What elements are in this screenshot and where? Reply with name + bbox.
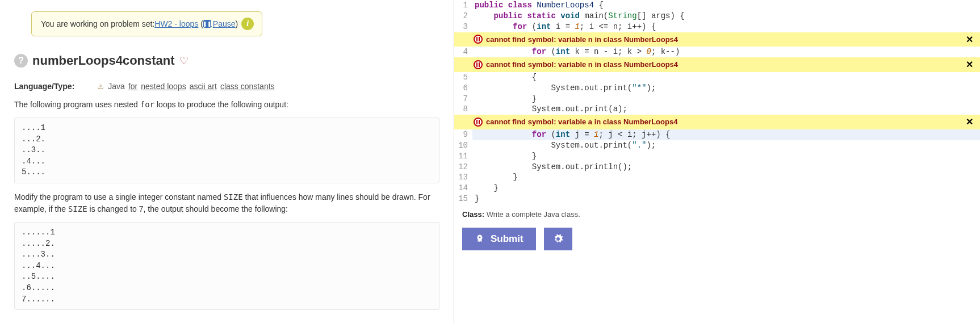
pause-link[interactable]: ❚❚ Pause <box>203 19 236 28</box>
code-content[interactable]: for (int i = 1; i <= n; i++) { <box>472 22 980 32</box>
line-number: 8 <box>454 104 472 115</box>
code-content[interactable]: System.out.print("*"); <box>472 83 980 94</box>
line-number: 2 <box>454 11 472 22</box>
question-icon: ? <box>14 54 28 68</box>
code-line[interactable]: 15} <box>454 194 980 204</box>
submit-label: Submit <box>491 233 523 245</box>
line-number: 14 <box>454 183 472 194</box>
java-icon: ♨ <box>97 82 104 91</box>
line-number: 10 <box>454 140 472 151</box>
code-content[interactable]: public static void main(String[] args) { <box>472 11 980 22</box>
expected-output-1: ....1 ...2. ..3.. .4... 5.... <box>14 118 439 183</box>
compile-error-row: cannot find symbol: variable n in class … <box>454 32 980 47</box>
code-content[interactable]: for (int j = 1; j < i; j++) { <box>472 129 980 140</box>
tag-link[interactable]: ascii art <box>190 82 217 91</box>
code-line[interactable]: 9 for (int j = 1; j < i; j++) { <box>454 129 980 140</box>
code-line[interactable]: 12 System.out.println(); <box>454 162 980 173</box>
code-content[interactable]: System.out.print(a); <box>472 104 980 115</box>
problem-title: numberLoops4constant <box>32 53 175 68</box>
language-type-label: Language/Type: <box>14 82 74 91</box>
code-line[interactable]: 7 } <box>454 94 980 104</box>
rocket-icon <box>475 234 485 244</box>
class-hint: Class: Write a complete Java class. <box>454 204 980 224</box>
code-line[interactable]: 13 } <box>454 172 980 183</box>
code-line[interactable]: 5 { <box>454 72 980 83</box>
error-icon <box>474 35 483 44</box>
line-number: 5 <box>454 72 472 83</box>
error-message: cannot find symbol: variable a in class … <box>486 117 962 127</box>
code-content[interactable]: } <box>472 183 980 194</box>
close-icon[interactable]: ✕ <box>962 116 977 128</box>
error-icon <box>474 60 483 69</box>
close-icon[interactable]: ✕ <box>962 58 977 71</box>
line-number: 11 <box>454 151 472 162</box>
error-message: cannot find symbol: variable n in class … <box>486 35 962 45</box>
code-content[interactable]: } <box>472 94 980 104</box>
line-number: 9 <box>454 129 472 140</box>
problem-set-link[interactable]: HW2 - loops <box>154 19 198 28</box>
error-message: cannot find symbol: variable n in class … <box>486 60 962 70</box>
tag-link[interactable]: class constants <box>220 82 275 91</box>
line-number: 3 <box>454 22 472 32</box>
close-icon[interactable]: ✕ <box>962 33 977 46</box>
code-editor[interactable]: 1public class NumberLoops4 {2 public sta… <box>454 0 980 204</box>
problem-panel: You are working on problem set: HW2 - lo… <box>0 0 454 323</box>
favorite-icon[interactable]: ♡ <box>179 54 189 67</box>
submit-button[interactable]: Submit <box>462 228 536 250</box>
problem-set-notice: You are working on problem set: HW2 - lo… <box>31 11 262 36</box>
tag-link[interactable]: for <box>128 82 137 91</box>
code-content[interactable]: } <box>472 151 980 162</box>
line-number: 6 <box>454 83 472 94</box>
line-number: 7 <box>454 94 472 104</box>
line-number: 1 <box>454 0 472 11</box>
problem-title-row: ? numberLoops4constant ♡ <box>14 53 439 68</box>
code-line[interactable]: 14 } <box>454 183 980 194</box>
line-number: 13 <box>454 172 472 183</box>
code-content[interactable]: for (int k = n - i; k > 0; k--) <box>472 47 980 57</box>
code-content[interactable]: } <box>472 194 980 204</box>
compile-error-row: cannot find symbol: variable n in class … <box>454 57 980 72</box>
class-hint-text: Write a complete Java class. <box>484 210 580 219</box>
error-icon <box>474 118 483 127</box>
code-content[interactable]: public class NumberLoops4 { <box>472 0 980 11</box>
code-line[interactable]: 2 public static void main(String[] args)… <box>454 11 980 22</box>
description-2: Modify the program to use a single integ… <box>14 191 439 215</box>
editor-panel: 1public class NumberLoops4 {2 public sta… <box>454 0 980 323</box>
settings-button[interactable] <box>544 228 572 250</box>
code-content[interactable]: System.out.print("."); <box>472 140 980 151</box>
compile-error-row: cannot find symbol: variable a in class … <box>454 115 980 129</box>
code-content[interactable]: } <box>472 172 980 183</box>
gear-icon <box>553 234 563 244</box>
info-icon[interactable]: i <box>241 18 254 30</box>
code-line[interactable]: 8 System.out.print(a); <box>454 104 980 115</box>
code-line[interactable]: 4 for (int k = n - i; k > 0; k--) <box>454 47 980 57</box>
class-hint-label: Class: <box>462 210 484 219</box>
line-number: 12 <box>454 162 472 173</box>
tag-link[interactable]: nested loops <box>141 82 186 91</box>
expected-output-2: ......1 .....2. ....3.. ...4... ..5.... … <box>14 222 439 310</box>
code-line[interactable]: 1public class NumberLoops4 { <box>454 0 980 11</box>
code-content[interactable]: System.out.println(); <box>472 162 980 173</box>
line-number: 4 <box>454 47 472 57</box>
language-name: Java <box>108 82 125 91</box>
pause-icon: ❚❚ <box>203 20 211 28</box>
code-line[interactable]: 11 } <box>454 151 980 162</box>
button-row: Submit <box>454 224 980 254</box>
pause-label: Pause <box>213 19 236 28</box>
code-content[interactable]: { <box>472 72 980 83</box>
code-line[interactable]: 6 System.out.print("*"); <box>454 83 980 94</box>
code-line[interactable]: 3 for (int i = 1; i <= n; i++) { <box>454 22 980 32</box>
description-1: The following program uses nested for lo… <box>14 99 439 111</box>
language-type-value: ♨ Java for nested loops ascii art class … <box>97 82 274 91</box>
language-type-row: Language/Type: ♨ Java for nested loops a… <box>14 82 439 91</box>
line-number: 15 <box>454 194 472 204</box>
notice-prefix: You are working on problem set: <box>41 19 154 28</box>
code-line[interactable]: 10 System.out.print("."); <box>454 140 980 151</box>
